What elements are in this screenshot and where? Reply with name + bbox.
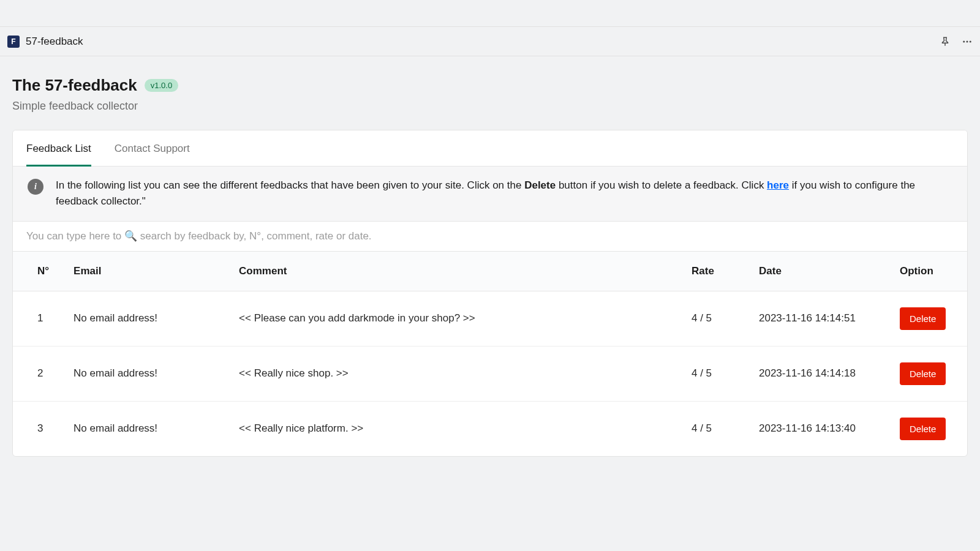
cell-rate: 4 / 5 — [679, 401, 747, 456]
svg-point-2 — [970, 40, 971, 42]
col-email: Email — [61, 251, 227, 291]
col-option: Option — [888, 251, 967, 291]
tabs: Feedback List Contact Support — [13, 130, 967, 167]
cell-comment: << Really nice shop. >> — [227, 346, 679, 401]
page-subtitle: Simple feedback collector — [12, 100, 968, 113]
info-text: In the following list you can see the di… — [56, 178, 952, 210]
cell-option: Delete — [888, 346, 967, 401]
tab-feedback-list[interactable]: Feedback List — [26, 130, 91, 167]
feedback-table: N° Email Comment Rate Date Option 1No em… — [13, 251, 967, 456]
banner-bold: Delete — [524, 179, 556, 191]
banner-pre: In the following list you can see the di… — [56, 179, 524, 191]
version-badge: v1.0.0 — [145, 79, 178, 92]
col-comment: Comment — [227, 251, 679, 291]
info-icon: i — [28, 179, 43, 195]
cell-comment: << Please can you add darkmode in your s… — [227, 291, 679, 346]
main-card: Feedback List Contact Support i In the f… — [12, 130, 968, 457]
table-header-row: N° Email Comment Rate Date Option — [13, 251, 967, 291]
table-row: 3No email address!<< Really nice platfor… — [13, 401, 967, 456]
cell-date: 2023-11-16 14:13:40 — [747, 401, 888, 456]
cell-comment: << Really nice platform. >> — [227, 401, 679, 456]
titlebar: F 57-feedback — [0, 27, 980, 56]
table-row: 2No email address!<< Really nice shop. >… — [13, 346, 967, 401]
info-banner: i In the following list you can see the … — [13, 167, 967, 222]
more-icon[interactable] — [962, 36, 973, 47]
cell-n: 2 — [13, 346, 61, 401]
svg-point-1 — [967, 40, 968, 42]
top-spacer — [0, 0, 980, 27]
cell-n: 1 — [13, 291, 61, 346]
col-n: N° — [13, 251, 61, 291]
col-rate: Rate — [679, 251, 747, 291]
cell-rate: 4 / 5 — [679, 291, 747, 346]
cell-date: 2023-11-16 14:14:51 — [747, 291, 888, 346]
page-header: The 57-feedback v1.0.0 Simple feedback c… — [12, 69, 968, 130]
app-badge-icon: F — [7, 36, 20, 48]
col-date: Date — [747, 251, 888, 291]
delete-button[interactable]: Delete — [900, 307, 946, 330]
svg-point-0 — [963, 40, 965, 42]
delete-button[interactable]: Delete — [900, 362, 946, 385]
cell-email: No email address! — [61, 346, 227, 401]
cell-option: Delete — [888, 401, 967, 456]
app-title: 57-feedback — [26, 36, 83, 48]
banner-link-here[interactable]: here — [767, 179, 789, 191]
search-input[interactable] — [26, 230, 954, 242]
page-title: The 57-feedback — [12, 76, 137, 95]
cell-n: 3 — [13, 401, 61, 456]
cell-email: No email address! — [61, 291, 227, 346]
tab-contact-support[interactable]: Contact Support — [115, 130, 190, 167]
cell-email: No email address! — [61, 401, 227, 456]
pin-icon[interactable] — [940, 36, 951, 47]
delete-button[interactable]: Delete — [900, 418, 946, 440]
search-row — [13, 222, 967, 251]
cell-option: Delete — [888, 291, 967, 346]
table-row: 1No email address!<< Please can you add … — [13, 291, 967, 346]
cell-rate: 4 / 5 — [679, 346, 747, 401]
cell-date: 2023-11-16 14:14:18 — [747, 346, 888, 401]
banner-mid: button if you wish to delete a feedback.… — [556, 179, 767, 191]
